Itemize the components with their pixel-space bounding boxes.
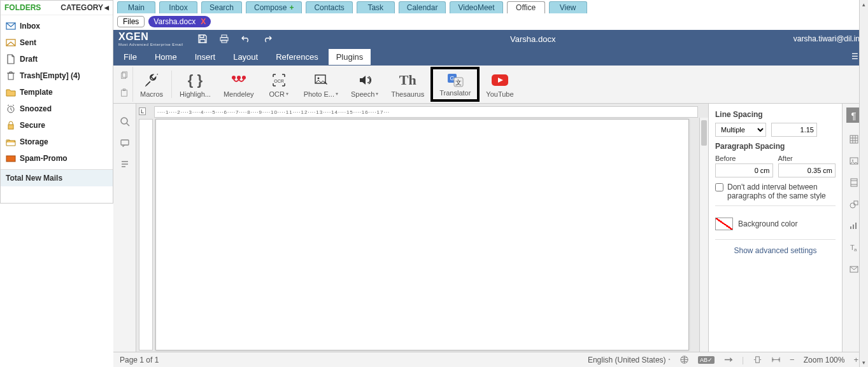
svg-point-30 <box>850 203 855 208</box>
scroll-up-icon[interactable]: ▴ <box>860 0 868 9</box>
tab-main[interactable]: Main <box>117 1 155 13</box>
svg-point-13 <box>232 76 236 80</box>
spacing-before-input[interactable] <box>715 163 773 177</box>
close-file-icon[interactable]: X <box>201 17 206 26</box>
svg-text:文: 文 <box>455 79 462 86</box>
ocr-icon: OCR <box>271 71 287 89</box>
sidebar-item-secure[interactable]: Secure <box>1 117 113 134</box>
document-page[interactable] <box>155 119 689 350</box>
track-changes-icon[interactable] <box>723 355 733 364</box>
print-icon[interactable] <box>219 34 229 44</box>
undo-icon[interactable] <box>241 34 251 44</box>
mail-merge-icon[interactable] <box>849 264 859 274</box>
tab-office[interactable]: Office <box>507 1 545 13</box>
ribbon-ocr[interactable]: OCR OCR▾ <box>260 67 297 102</box>
tab-task[interactable]: Task <box>357 1 395 13</box>
sidebar-item-storage[interactable]: Storage <box>1 134 113 150</box>
file-name: Varsha.docx <box>153 17 196 26</box>
sidebar-item-draft[interactable]: Draft <box>1 51 113 67</box>
copy-icon[interactable] <box>120 71 129 80</box>
menu-insert[interactable]: Insert <box>187 49 224 65</box>
sidebar-item-label: Draft <box>20 55 38 64</box>
fit-page-icon[interactable] <box>753 355 762 364</box>
search-icon[interactable] <box>120 116 130 127</box>
ribbon-macros[interactable]: Macros <box>133 67 170 102</box>
comments-icon[interactable] <box>120 138 130 148</box>
window-scrollbar[interactable]: ▴ ▾ <box>859 0 868 367</box>
paste-icon[interactable] <box>120 88 129 97</box>
sidebar-item-template[interactable]: Template <box>1 84 113 100</box>
tab-inbox[interactable]: Inbox <box>159 1 197 13</box>
menu-plugins[interactable]: Plugins <box>329 49 371 65</box>
tab-search[interactable]: Search <box>201 1 242 13</box>
tab-compose[interactable]: Compose+ <box>246 1 302 13</box>
ribbon-translator[interactable]: G文 Translator <box>430 67 480 102</box>
fit-width-icon[interactable] <box>771 355 781 364</box>
redo-icon[interactable] <box>262 34 273 44</box>
scrollbar-thumb[interactable] <box>701 120 707 146</box>
ribbon-youtube[interactable]: YouTube <box>480 67 520 102</box>
scroll-down-icon[interactable]: ▾ <box>860 358 868 367</box>
zoom-label[interactable]: Zoom 100% <box>804 356 845 364</box>
bg-color-swatch[interactable] <box>715 218 733 230</box>
svg-rect-36 <box>756 357 760 363</box>
line-spacing-mode-select[interactable]: Multiple <box>715 123 766 137</box>
sidebar-item-snoozed[interactable]: Snoozed <box>1 100 113 117</box>
sidebar-item-spam[interactable]: Spam-Promo <box>1 150 113 167</box>
total-new-mails[interactable]: Total New Mails <box>1 169 113 186</box>
tab-videomeet[interactable]: VideoMeet <box>450 1 502 13</box>
tab-contacts[interactable]: Contacts <box>306 1 352 13</box>
no-interval-checkbox[interactable] <box>715 183 723 191</box>
line-spacing-value-input[interactable] <box>771 123 817 137</box>
header-footer-icon[interactable] <box>849 177 859 188</box>
after-label: After <box>778 155 836 162</box>
sidebar-item-sent[interactable]: Sent <box>1 34 113 51</box>
menu-file[interactable]: File <box>116 49 145 65</box>
sidebar-item-label: Template <box>20 88 53 97</box>
folders-tab[interactable]: FOLDERS <box>4 3 41 12</box>
ribbon-highlight[interactable]: { } Highligh... <box>173 67 217 102</box>
sidebar-item-inbox[interactable]: Inbox <box>1 18 113 34</box>
zoom-out-icon[interactable]: − <box>790 355 795 364</box>
spacing-after-input[interactable] <box>778 163 836 177</box>
files-button[interactable]: Files <box>117 16 145 27</box>
category-tab[interactable]: CATEGORY◀ <box>60 3 109 12</box>
save-icon[interactable] <box>197 34 208 44</box>
open-file-tab[interactable]: Varsha.docx X <box>148 16 211 27</box>
headings-icon[interactable] <box>120 160 130 170</box>
sidebar-item-label: Sent <box>20 38 36 47</box>
shape-icon[interactable] <box>849 199 859 209</box>
menu-references[interactable]: References <box>268 49 325 65</box>
table-icon[interactable] <box>849 134 859 144</box>
globe-icon[interactable] <box>679 355 689 364</box>
ribbon-mendeley[interactable]: Mendeley <box>217 67 260 102</box>
no-interval-label: Don't add interval between paragraphs of… <box>727 183 836 200</box>
ribbon-photo-editor[interactable]: Photo E...▾ <box>297 67 345 102</box>
menu-home[interactable]: Home <box>147 49 185 65</box>
hamburger-icon[interactable]: ☰ <box>851 52 858 61</box>
page-indicator[interactable]: Page 1 of 1 <box>120 356 159 364</box>
image-icon[interactable] <box>849 156 859 166</box>
user-email[interactable]: varsha.tiwari@dil.in <box>793 34 860 43</box>
ribbon-thesaurus[interactable]: Th Thesaurus <box>385 67 430 102</box>
ruler-tab-marker[interactable]: L <box>139 107 146 115</box>
tab-calendar[interactable]: Calendar <box>399 1 446 13</box>
horizontal-ruler[interactable]: ····1····2····3····4····5····6····7····8… <box>154 106 698 118</box>
sidebar-item-trash[interactable]: Trash[Empty] (4) <box>1 67 113 84</box>
svg-rect-4 <box>8 125 13 129</box>
language-selector[interactable]: English (United States) ˄ <box>588 356 671 364</box>
menu-layout[interactable]: Layout <box>225 49 266 65</box>
textart-icon[interactable]: Ta <box>849 242 859 253</box>
vertical-ruler[interactable] <box>139 119 153 350</box>
chart-icon[interactable] <box>849 221 859 231</box>
ribbon-speech[interactable]: Speech▾ <box>345 67 385 102</box>
spellcheck-icon[interactable]: AB✓ <box>698 356 715 364</box>
ribbon-label: YouTube <box>486 90 513 98</box>
vertical-scrollbar[interactable] <box>699 118 708 352</box>
tab-view[interactable]: View <box>549 1 587 13</box>
zoom-in-icon[interactable]: + <box>853 355 858 364</box>
show-advanced-link[interactable]: Show advanced settings <box>715 239 836 255</box>
doc-title: Varsha.docx <box>273 34 793 44</box>
line-spacing-heading: Line Spacing <box>715 110 836 119</box>
draft-icon <box>6 54 16 64</box>
